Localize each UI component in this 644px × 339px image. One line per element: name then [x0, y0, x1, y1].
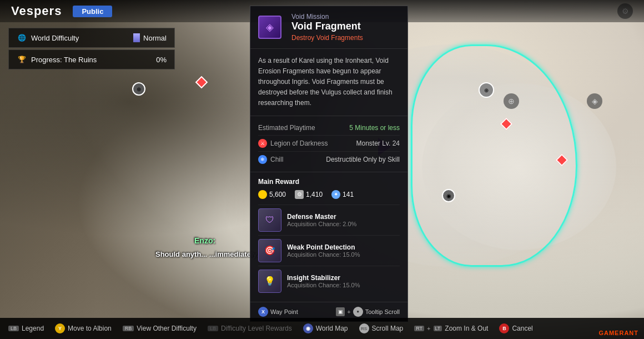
map-icon: ⊕: [479, 82, 494, 98]
chill-icon: ❄: [258, 155, 267, 164]
world-map-label: World Map: [316, 325, 348, 332]
reward-info-0: Defense Master Acquisition Chance: 2.0%: [287, 213, 356, 227]
reward-icon-1: 🎯: [258, 239, 281, 262]
reward-info-2: Insight Stabilizer Acquisition Chance: 1…: [287, 274, 360, 288]
difficulty-rewards-item: LB Difficulty Level Rewards: [208, 325, 292, 332]
mission-title-area: Void Mission Void Fragment Destroy Void …: [291, 13, 363, 42]
mission-subtitle: Destroy Void Fragments: [291, 34, 363, 42]
mission-type: ◈ Void Mission Void Fragment Destroy Voi…: [258, 13, 400, 42]
scroll-map-item[interactable]: RS Scroll Map: [359, 323, 404, 333]
xp-icon: ✦: [331, 190, 340, 199]
way-point-label: Way Point: [270, 308, 298, 315]
legend-item[interactable]: LB Legend: [8, 325, 44, 332]
b-button: B: [499, 323, 509, 333]
reward-item-2: 💡 Insight Stabilizer Acquisition Chance:…: [258, 266, 400, 296]
xp-value: 141: [343, 191, 354, 198]
view-button: ◉: [303, 323, 313, 333]
ls-button[interactable]: ●: [353, 307, 363, 317]
mission-stats: Estimated Playtime 5 Minutes or less ⚔ L…: [250, 116, 407, 172]
mission-panel: ◈ Void Mission Void Fragment Destroy Voi…: [250, 6, 408, 322]
lb-rb-button: LB: [208, 326, 218, 331]
progress-icon: 🏆: [17, 54, 27, 64]
zoom-item[interactable]: RT + LT Zoom In & Out: [414, 325, 488, 332]
public-badge[interactable]: Public: [73, 6, 112, 17]
legend-label: Legend: [22, 325, 44, 332]
difficulty-value: Normal: [143, 34, 167, 42]
reward-name-1: Weak Point Detection: [287, 243, 360, 251]
world-map-item[interactable]: ◉ World Map: [303, 323, 348, 333]
difficulty-bar-icon: [133, 33, 140, 42]
element-row: ❄ Chill Destructible Only by Skill: [258, 152, 400, 167]
rewards-title: Main Reward: [258, 178, 400, 186]
reward-icon-2: 💡: [258, 270, 281, 293]
gamerant-logo: GAMERANT: [598, 330, 638, 336]
map-control-icon-2[interactable]: ◈: [587, 93, 602, 109]
reward-icon-0: 🛡: [258, 208, 281, 232]
way-point-control: X Way Point: [258, 307, 298, 317]
lb-button: LB: [8, 326, 19, 331]
x-button[interactable]: X: [258, 307, 268, 317]
world-difficulty-label: World Difficulty: [31, 34, 79, 42]
playtime-row: Estimated Playtime 5 Minutes or less: [258, 121, 400, 136]
progress-label: Progress: The Ruins: [31, 56, 97, 64]
difficulty-badge: Normal: [133, 33, 167, 42]
rs-button: RS: [359, 323, 369, 333]
bottom-bar: LB Legend Y Move to Albion RB View Other…: [0, 318, 644, 339]
playtime-label: Estimated Playtime: [258, 124, 315, 132]
coins-value: 5,600: [269, 191, 286, 198]
playtime-value: 5 Minutes or less: [349, 124, 400, 132]
square-button[interactable]: ▣: [336, 307, 345, 316]
move-albion-item[interactable]: Y Move to Albion: [55, 323, 112, 333]
y-button: Y: [55, 323, 65, 333]
enemy-value: Monster Lv. 24: [356, 139, 400, 147]
gear-item: ⚙ 1,410: [295, 190, 323, 199]
reward-name-2: Insight Stabilizer: [287, 274, 360, 282]
reward-name-0: Defense Master: [287, 213, 356, 221]
scroll-map-label: Scroll Map: [372, 325, 404, 332]
difficulty-rewards-label: Difficulty Level Rewards: [221, 325, 292, 332]
cancel-item[interactable]: B Cancel: [499, 323, 532, 333]
mission-header: ◈ Void Mission Void Fragment Destroy Voi…: [250, 6, 407, 49]
mission-name: Void Fragment: [291, 21, 363, 33]
trigger-button: RT: [414, 326, 424, 331]
enemy-row: ⚔ Legion of Darkness Monster Lv. 24: [258, 136, 400, 152]
gear-currency-icon: ⚙: [295, 190, 304, 199]
reward-info-1: Weak Point Detection Acquisition Chance:…: [287, 243, 360, 258]
enemy-label: ⚔ Legion of Darkness: [258, 139, 328, 148]
progress-value: 0%: [156, 56, 167, 64]
rb-button: RB: [123, 326, 134, 331]
map-icon: ◉: [442, 189, 455, 202]
mission-type-label: Void Mission: [291, 13, 363, 21]
reward-item-0: 🛡 Defense Master Acquisition Chance: 2.0…: [258, 205, 400, 235]
zoom-label: Zoom In & Out: [445, 325, 488, 332]
currency-row: 5,600 ⚙ 1,410 ✦ 141: [258, 190, 400, 199]
world-icon: 🌐: [17, 33, 27, 43]
reward-chance-1: Acquisition Chance: 15.0%: [287, 251, 360, 258]
progress-row: 🏆 Progress: The Ruins 0%: [8, 49, 175, 69]
mission-icon: ◈: [258, 16, 281, 39]
reward-item-1: 🎯 Weak Point Detection Acquisition Chanc…: [258, 235, 400, 266]
coin-icon: [258, 190, 267, 199]
view-difficulty-label: View Other Difficulty: [137, 325, 197, 332]
world-difficulty-row: 🌐 World Difficulty Normal: [8, 28, 175, 48]
map-icon: ⊕: [132, 82, 145, 96]
element-label: ❄ Chill: [258, 155, 283, 164]
tooltip-scroll-control: ▣ + ● Tooltip Scroll: [336, 307, 400, 317]
gear-value: 1,410: [306, 191, 323, 198]
reward-chance-0: Acquisition Chance: 2.0%: [287, 221, 356, 227]
mission-description: As a result of Karel using the Ironheart…: [250, 49, 407, 116]
map-control-icon[interactable]: ⊕: [504, 93, 519, 109]
cancel-label: Cancel: [512, 325, 532, 332]
left-panel: 🌐 World Difficulty Normal 🏆 Progress: Th…: [8, 28, 175, 71]
move-albion-label: Move to Albion: [68, 325, 112, 332]
npc-name: Enzo:: [194, 236, 215, 245]
npc-message: Should anyth... ...immediately.: [155, 250, 258, 258]
view-difficulty-item[interactable]: RB View Other Difficulty: [123, 325, 197, 332]
game-title: Vespers: [11, 4, 62, 18]
reward-chance-2: Acquisition Chance: 15.0%: [287, 282, 360, 288]
xp-item: ✦ 141: [331, 190, 354, 199]
rewards-section: Main Reward 5,600 ⚙ 1,410 ✦ 141 🛡 Defens…: [250, 172, 407, 302]
coins-item: 5,600: [258, 190, 286, 199]
legion-icon: ⚔: [258, 139, 267, 148]
element-value: Destructible Only by Skill: [326, 156, 400, 163]
